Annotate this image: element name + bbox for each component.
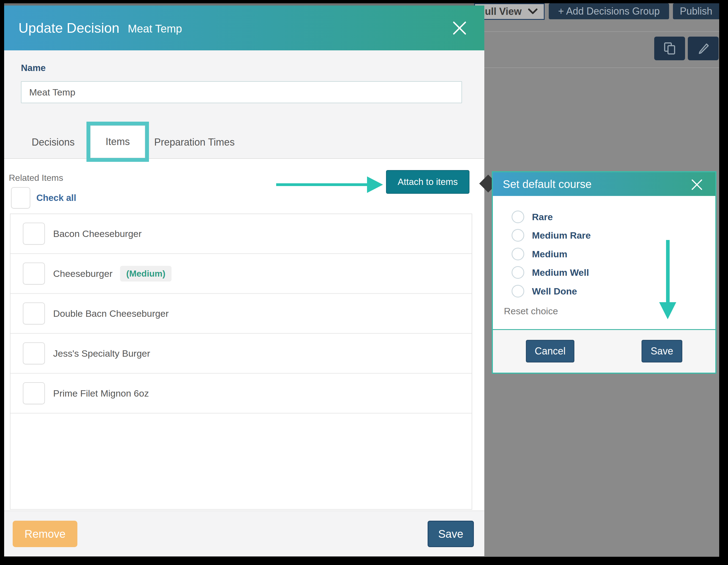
- item-checkbox[interactable]: [23, 382, 45, 404]
- screenshot-frame: ull View + Add Decisions Group Publish U…: [0, 0, 728, 565]
- arrow-annotation-vertical-head: [659, 302, 676, 319]
- backdrop-divider-bottom: [484, 67, 719, 68]
- modal-upper-section: [4, 50, 484, 159]
- radio-label: Rare: [532, 212, 553, 222]
- tab-decisions[interactable]: Decisions: [32, 137, 75, 148]
- view-dropdown-label: ull View: [485, 6, 521, 17]
- radio-icon[interactable]: [512, 229, 524, 242]
- radio-option-well-done[interactable]: Well Done: [512, 285, 577, 297]
- cancel-button[interactable]: Cancel: [526, 340, 574, 362]
- radio-option-rare[interactable]: Rare: [512, 211, 553, 223]
- save-label: Save: [438, 528, 463, 540]
- item-label: Prime Filet Mignon 6oz: [53, 388, 149, 399]
- copy-icon: [662, 41, 677, 56]
- item-label: Double Bacn Cheeseburger: [53, 308, 169, 319]
- course-modal-footer: Cancel Save: [493, 330, 715, 373]
- item-label: Bacon Cheeseburger: [53, 229, 142, 239]
- course-save-label: Save: [651, 345, 673, 357]
- check-all-checkbox[interactable]: [11, 187, 30, 209]
- radio-option-medium-rare[interactable]: Medium Rare: [512, 229, 591, 242]
- attach-to-items-button[interactable]: Attach to items: [386, 170, 469, 194]
- name-input[interactable]: [21, 81, 462, 103]
- arrow-annotation-horizontal-head: [367, 177, 383, 193]
- related-items-label: Related Items: [9, 173, 63, 183]
- set-default-course-modal: Set default course Rare Medium Rare Medi…: [492, 171, 716, 374]
- list-item[interactable]: Cheeseburger (Medium): [10, 254, 472, 294]
- reset-choice-link[interactable]: Reset choice: [504, 306, 558, 316]
- duplicate-button[interactable]: [654, 37, 685, 60]
- radio-option-medium[interactable]: Medium: [512, 248, 567, 260]
- item-checkbox[interactable]: [23, 342, 45, 364]
- course-modal-title: Set default course: [503, 178, 591, 191]
- radio-label: Medium Rare: [532, 230, 591, 241]
- radio-label: Medium Well: [532, 267, 589, 278]
- publish-button[interactable]: Publish: [673, 3, 719, 19]
- remove-label: Remove: [25, 528, 66, 540]
- modal-footer: Remove Save: [4, 510, 484, 556]
- update-decision-header: Update Decision Meat Temp: [4, 6, 484, 50]
- tab-items[interactable]: Items: [90, 126, 145, 158]
- backdrop-divider-top: [484, 31, 719, 32]
- pencil-icon: [696, 41, 710, 56]
- list-item[interactable]: Double Bacn Cheeseburger: [10, 294, 472, 334]
- modal-title: Update Decision: [18, 20, 119, 36]
- item-checkbox[interactable]: [23, 223, 45, 245]
- list-item[interactable]: Prime Filet Mignon 6oz: [10, 374, 472, 414]
- add-decisions-group-button[interactable]: + Add Decisions Group: [549, 3, 669, 19]
- close-icon[interactable]: [452, 20, 468, 36]
- check-all-label[interactable]: Check all: [36, 193, 76, 203]
- arrow-annotation-horizontal: [276, 183, 367, 186]
- chevron-down-icon: [528, 8, 538, 15]
- radio-option-medium-well[interactable]: Medium Well: [512, 266, 589, 279]
- save-button[interactable]: Save: [428, 521, 474, 547]
- name-label: Name: [21, 63, 46, 73]
- radio-label: Well Done: [532, 286, 577, 297]
- add-decisions-group-label: + Add Decisions Group: [558, 6, 660, 17]
- course-modal-header: Set default course: [493, 172, 715, 196]
- list-item[interactable]: Jess's Specialty Burger: [10, 334, 472, 374]
- list-item[interactable]: Bacon Cheeseburger: [10, 214, 472, 254]
- items-tab-highlight-annotation: Items: [86, 122, 149, 162]
- tab-preparation-times[interactable]: Preparation Times: [154, 137, 235, 148]
- radio-icon[interactable]: [512, 248, 524, 260]
- item-checkbox[interactable]: [23, 263, 45, 284]
- remove-button[interactable]: Remove: [13, 521, 77, 547]
- course-save-button[interactable]: Save: [642, 340, 682, 362]
- radio-icon[interactable]: [512, 285, 524, 297]
- item-badge: (Medium): [120, 266, 171, 282]
- item-label: Cheeseburger: [53, 268, 112, 279]
- arrow-annotation-vertical: [666, 240, 670, 302]
- close-icon[interactable]: [691, 178, 703, 191]
- modal-subtitle: Meat Temp: [128, 21, 182, 35]
- radio-label: Medium: [532, 249, 567, 260]
- view-dropdown[interactable]: ull View: [474, 3, 545, 20]
- item-checkbox[interactable]: [23, 302, 45, 324]
- radio-icon[interactable]: [512, 266, 524, 279]
- update-decision-modal: Update Decision Meat Temp Name Decisions…: [4, 6, 484, 556]
- cancel-label: Cancel: [535, 345, 566, 357]
- attach-to-items-label: Attach to items: [398, 177, 458, 187]
- item-label: Jess's Specialty Burger: [53, 348, 150, 359]
- publish-label: Publish: [680, 6, 712, 17]
- edit-button[interactable]: [688, 37, 719, 60]
- related-items-list: Bacon Cheeseburger Cheeseburger (Medium)…: [10, 214, 472, 510]
- radio-icon[interactable]: [512, 211, 524, 223]
